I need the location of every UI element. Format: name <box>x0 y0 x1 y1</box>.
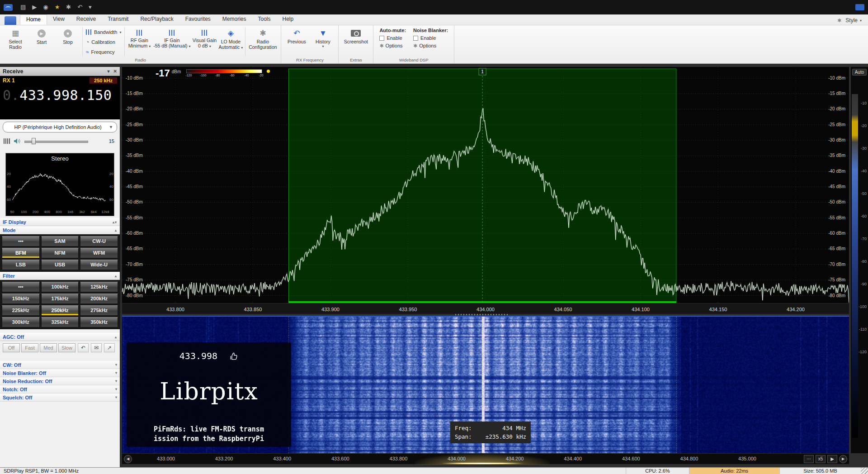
filter-175khz[interactable]: 175kHz <box>41 294 79 304</box>
record-icon[interactable]: ◉ <box>43 0 48 14</box>
envelope-icon[interactable]: ✉ <box>91 343 102 352</box>
app-icon[interactable] <box>4 4 13 11</box>
tab-receive[interactable]: Receive <box>71 14 102 25</box>
collapse-icon[interactable]: ▾ <box>108 69 110 74</box>
volume-bars-icon[interactable] <box>4 138 10 144</box>
frequency-button[interactable]: ≈ Frequency <box>84 47 123 57</box>
tools-icon[interactable]: ✱ <box>66 0 71 14</box>
mode-usb[interactable]: USB <box>41 260 79 270</box>
waterfall-display[interactable]: 433.998 Librpitx PiFmRds: live FM-RDS tr… <box>122 316 849 453</box>
mode-dots[interactable]: ••• <box>2 236 40 246</box>
filter-275khz[interactable]: 275kHz <box>80 305 118 316</box>
section-squelch[interactable]: Squelch: Off▾ <box>0 393 120 402</box>
scroll-right-button[interactable]: ▶ <box>839 455 847 463</box>
filter-150khz[interactable]: 150kHz <box>2 294 40 304</box>
section-if-display[interactable]: IF Display ▴▾ <box>0 218 120 226</box>
favourite-icon[interactable]: ★ <box>55 0 60 14</box>
noise-blanker-options-button[interactable]: ✱Options <box>413 43 448 49</box>
mode-wide-u[interactable]: Wide-U <box>80 260 118 270</box>
filter-325khz[interactable]: 325kHz <box>41 317 79 327</box>
gauge-gradient-strip[interactable] <box>852 94 858 438</box>
noise-blanker-enable-checkbox[interactable]: Enable <box>413 35 448 41</box>
play-icon[interactable]: ▶ <box>827 455 837 463</box>
mode-bfm[interactable]: BFM <box>2 248 40 258</box>
zoom-button[interactable]: x5 <box>816 455 826 463</box>
filter-dots[interactable]: ••• <box>2 282 40 292</box>
dropdown-icon[interactable]: ▾ <box>89 0 92 14</box>
agc-med[interactable]: Med <box>40 343 57 352</box>
history-button[interactable]: ▼ History ▾ <box>310 26 336 57</box>
mode-wfm[interactable]: WFM <box>80 248 118 258</box>
bandwidth-button[interactable]: Bandwidth ▾ <box>84 28 123 37</box>
screenshot-button[interactable]: Screenshot <box>341 26 371 57</box>
passband-edge-right <box>676 317 677 453</box>
section-cw[interactable]: CW: Off▾ <box>0 361 120 369</box>
section-noise-reduction[interactable]: Noise Reduction: Off▾ <box>0 377 120 385</box>
audio-device-select[interactable]: HP (Périphérique High Definition Audio) … <box>3 122 117 133</box>
app-menu-button[interactable] <box>5 16 16 25</box>
agc-fast[interactable]: Fast <box>21 343 38 352</box>
filter-350khz[interactable]: 350kHz <box>80 317 118 327</box>
gauge-auto-button[interactable]: Auto <box>852 69 867 76</box>
tab-memories[interactable]: Memories <box>217 14 252 25</box>
mode-lsb[interactable]: LSB <box>2 260 40 270</box>
volume-slider-thumb[interactable] <box>32 138 36 144</box>
previous-button[interactable]: ↶ Previous <box>283 26 310 57</box>
mode-sam[interactable]: SAM <box>41 236 79 246</box>
filter-250khz[interactable]: 250kHz <box>41 305 79 316</box>
spectrum-display[interactable]: 1-10 dBm-10 dBm-15 dBm-15 dBm-20 dBm-20 … <box>122 67 849 303</box>
mode-nfm[interactable]: NFM <box>41 248 79 258</box>
filter-100khz[interactable]: 100kHz <box>41 282 79 292</box>
agc-off[interactable]: Off <box>3 343 20 352</box>
section-notch[interactable]: Notch: Off▾ <box>0 385 120 393</box>
agc-slow[interactable]: Slow <box>58 343 75 352</box>
calibration-button[interactable]: ◔ Calibration <box>84 38 123 47</box>
speaker-icon[interactable] <box>14 138 21 144</box>
svg-text:3k2: 3k2 <box>79 210 85 214</box>
select-radio-button[interactable]: ▦ Select Radio <box>2 26 28 57</box>
freq-tick-label: 433.800 <box>166 307 184 312</box>
stop-button[interactable]: ■ Stop <box>55 26 81 57</box>
scroll-left-button[interactable]: ◀ <box>124 455 132 463</box>
tab-transmit[interactable]: Transmit <box>102 14 134 25</box>
frequency-display[interactable]: 0.433.998.150 <box>3 87 117 103</box>
filter-225khz[interactable]: 225kHz <box>2 305 40 316</box>
undo-icon[interactable]: ↶ <box>78 343 89 352</box>
tab-favourites[interactable]: Favourites <box>179 14 217 25</box>
undo-icon[interactable]: ↶ <box>77 0 82 14</box>
auto-mute-enable-checkbox[interactable]: Enable <box>379 35 406 41</box>
tab-tools[interactable]: Tools <box>252 14 277 25</box>
auto-mute-options-button[interactable]: ✱Options <box>379 43 406 49</box>
tab-rec-playback[interactable]: Rec/Playback <box>134 14 179 25</box>
if-gain-button[interactable]: IF Gain -55 dB (Manual) ▾ <box>152 26 191 57</box>
tab-help[interactable]: Help <box>277 14 300 25</box>
tab-home[interactable]: Home <box>20 14 47 25</box>
waterfall-level-gauge[interactable]: Auto -10-20-30-40-50-60-70-80-90-100-110… <box>851 67 868 453</box>
close-icon[interactable]: ✕ <box>113 69 117 74</box>
style-menu[interactable]: ✱ Style ▾ <box>837 17 862 25</box>
start-button[interactable]: ▶ Start <box>28 26 55 57</box>
resize-grip[interactable] <box>861 468 868 474</box>
filter-300khz[interactable]: 300kHz <box>2 317 40 327</box>
radio-configuration-button[interactable]: ✱ Radio Configuration <box>247 26 278 57</box>
section-noise-blanker[interactable]: Noise Blanker: Off▾ <box>0 369 120 377</box>
visual-gain-button[interactable]: Visual Gain 0 dB ▾ <box>191 26 217 57</box>
graph-icon[interactable]: ↗ <box>104 343 115 352</box>
folder-icon[interactable]: ▤ <box>20 0 26 14</box>
section-agc[interactable]: AGC: Off ▴ <box>0 333 120 341</box>
keyboard-icon[interactable]: ⋯ <box>804 455 814 463</box>
thumbs-up-icon[interactable] <box>229 352 238 361</box>
waterfall-nav-bar[interactable]: 433.000433.200433.400433.600433.800434.0… <box>122 453 849 464</box>
mode-cw-u[interactable]: CW-U <box>80 236 118 246</box>
spectrum-frequency-scale[interactable]: 433.800433.850433.900433.950434.000434.0… <box>122 303 849 314</box>
rf-gain-button[interactable]: RF Gain Minimum ▾ <box>126 26 152 57</box>
splitter-handle[interactable] <box>455 314 509 315</box>
tab-view[interactable]: View <box>47 14 71 25</box>
section-mode[interactable]: Mode ▴ <box>0 226 120 234</box>
filter-125khz[interactable]: 125kHz <box>80 282 118 292</box>
section-filter[interactable]: Filter ▴ <box>0 272 120 280</box>
filter-200khz[interactable]: 200kHz <box>80 294 118 304</box>
volume-slider[interactable] <box>24 138 102 144</box>
play-icon[interactable]: ▶ <box>32 0 37 14</box>
lo-mode-button[interactable]: ◈ LO Mode Automatic ▾ <box>217 26 244 57</box>
